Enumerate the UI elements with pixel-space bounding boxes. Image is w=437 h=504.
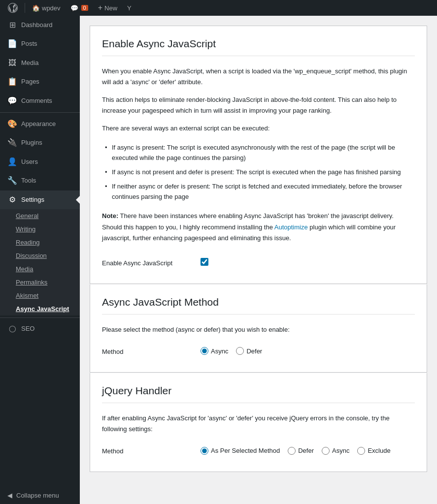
sidebar-item-tools-label: Tools xyxy=(21,176,36,185)
async-method-title: Async JavaScript Method xyxy=(102,296,415,315)
wp-logo-icon xyxy=(8,3,18,13)
jquery-method-row: Method As Per Selected Method Defer xyxy=(102,441,415,460)
wp-logo-link[interactable] xyxy=(4,0,22,16)
async-method-radio-group: Async Defer xyxy=(201,347,415,355)
new-content-link[interactable]: + New xyxy=(94,0,121,16)
enable-async-para-2: This action helps to eliminate render-bl… xyxy=(102,94,415,116)
jquery-handler-section: jQuery Handler If after enabling Async J… xyxy=(90,373,427,472)
main-content: Enable Async JavaScript When you enable … xyxy=(80,16,437,504)
bullet-item-1: If async is present: The script is execu… xyxy=(102,141,415,165)
sidebar-item-comments[interactable]: 💬 Comments xyxy=(0,92,80,110)
comments-link[interactable]: 💬 0 xyxy=(67,0,92,16)
plugins-icon: 🔌 xyxy=(7,137,17,148)
jquery-method-radio-group: As Per Selected Method Defer Async xyxy=(201,447,415,455)
sidebar-item-plugins-label: Plugins xyxy=(21,138,42,147)
enable-async-label: Enable Async JavaScript xyxy=(102,253,201,272)
enable-async-para-3: There are several ways an external scrip… xyxy=(102,123,415,134)
jquery-defer-option-label[interactable]: Defer xyxy=(288,447,314,455)
submenu-reading[interactable]: Reading xyxy=(0,236,80,249)
submenu-async-javascript[interactable]: Async JavaScript xyxy=(0,302,80,315)
dashboard-icon: ⊞ xyxy=(7,20,17,31)
sidebar-item-dashboard-label: Dashboard xyxy=(21,21,53,30)
jquery-defer-radio[interactable] xyxy=(288,447,296,455)
users-icon: 👤 xyxy=(7,157,17,167)
as-per-selected-option-text: As Per Selected Method xyxy=(211,447,280,454)
enable-async-js-section: Enable Async JavaScript When you enable … xyxy=(90,26,427,284)
jquery-method-form-table: Method As Per Selected Method Defer xyxy=(102,441,415,460)
nav-separator-2 xyxy=(0,317,80,318)
submenu-media[interactable]: Media xyxy=(0,262,80,276)
autoptimize-link[interactable]: Autoptimize xyxy=(274,223,308,231)
yoast-icon: Y xyxy=(127,4,132,12)
jquery-handler-title: jQuery Handler xyxy=(102,385,415,403)
comments-icon: 💬 xyxy=(70,4,78,12)
enable-async-row: Enable Async JavaScript xyxy=(102,253,415,272)
tools-icon: 🔧 xyxy=(7,175,17,186)
seo-icon: ◯ xyxy=(7,325,17,332)
async-radio[interactable] xyxy=(201,347,208,355)
sidebar-item-settings[interactable]: ⚙ Settings xyxy=(0,190,80,209)
yoast-link[interactable]: Y xyxy=(123,0,135,16)
seo-label: SEO xyxy=(21,325,34,332)
sidebar-item-plugins[interactable]: 🔌 Plugins xyxy=(0,133,80,152)
collapse-icon: ◀ xyxy=(7,492,12,499)
jquery-exclude-radio[interactable] xyxy=(357,447,365,455)
site-name-link[interactable]: 🏠 wpdev xyxy=(28,0,65,16)
sidebar-item-posts[interactable]: 📄 Posts xyxy=(0,34,80,53)
submenu-akismet[interactable]: Akismet xyxy=(0,289,80,302)
jquery-exclude-option-label[interactable]: Exclude xyxy=(357,447,390,455)
as-per-selected-radio[interactable] xyxy=(201,447,208,455)
submenu-discussion[interactable]: Discussion xyxy=(0,249,80,262)
as-per-selected-option-label[interactable]: As Per Selected Method xyxy=(201,447,280,455)
sidebar-item-pages[interactable]: 📋 Pages xyxy=(0,72,80,91)
note-prefix: Note: xyxy=(102,212,118,220)
sidebar-item-media-label: Media xyxy=(21,59,38,67)
defer-radio[interactable] xyxy=(236,347,244,355)
sidebar-item-users-label: Users xyxy=(21,158,38,166)
submenu-permalinks[interactable]: Permalinks xyxy=(0,276,80,289)
comments-count: 0 xyxy=(81,5,88,11)
async-method-row: Method Async Defer xyxy=(102,342,415,360)
media-icon: 🖼 xyxy=(7,58,17,68)
sidebar-item-appearance[interactable]: 🎨 Appearance xyxy=(0,115,80,133)
async-method-section: Async JavaScript Method Please select th… xyxy=(90,284,427,373)
comments-nav-icon: 💬 xyxy=(7,95,17,106)
site-name: wpdev xyxy=(42,4,61,12)
sidebar-item-settings-label: Settings xyxy=(21,195,44,204)
sidebar-item-tools[interactable]: 🔧 Tools xyxy=(0,171,80,190)
async-method-desc: Please select the method (async or defer… xyxy=(102,324,415,335)
sidebar-item-media[interactable]: 🖼 Media xyxy=(0,54,80,72)
plus-icon: + xyxy=(98,3,102,12)
settings-icon: ⚙ xyxy=(7,194,17,205)
jquery-async-option-label[interactable]: Async xyxy=(322,447,349,455)
sidebar: ⊞ Dashboard 📄 Posts 🖼 Media 📋 Pages 💬 Co… xyxy=(0,16,80,504)
async-method-form-table: Method Async Defer xyxy=(102,342,415,360)
jquery-defer-option-text: Defer xyxy=(298,447,314,454)
settings-sub-menu: General Writing Reading Discussion Media… xyxy=(0,209,80,315)
async-note: Note: There have been instances where en… xyxy=(102,211,415,243)
async-option-label[interactable]: Async xyxy=(201,347,228,355)
pages-icon: 📋 xyxy=(7,76,17,87)
jquery-exclude-option-text: Exclude xyxy=(368,447,390,454)
async-method-label: Method xyxy=(102,342,201,360)
jquery-handler-desc: If after enabling Async JavaScript for '… xyxy=(102,413,415,435)
new-label: New xyxy=(104,4,117,12)
posts-icon: 📄 xyxy=(7,38,17,49)
enable-async-checkbox[interactable] xyxy=(201,258,208,266)
sidebar-item-seo[interactable]: ◯ SEO xyxy=(0,320,80,337)
sidebar-item-appearance-label: Appearance xyxy=(21,120,56,128)
defer-option-label[interactable]: Defer xyxy=(236,347,262,355)
enable-async-form-table: Enable Async JavaScript xyxy=(102,253,415,272)
collapse-menu-button[interactable]: ◀ Collapse menu xyxy=(0,487,80,504)
jquery-async-radio[interactable] xyxy=(322,447,330,455)
sidebar-item-dashboard[interactable]: ⊞ Dashboard xyxy=(0,16,80,34)
admin-bar: 🏠 wpdev 💬 0 + New Y xyxy=(0,0,437,16)
enable-async-js-title: Enable Async JavaScript xyxy=(102,38,415,56)
layout: ⊞ Dashboard 📄 Posts 🖼 Media 📋 Pages 💬 Co… xyxy=(0,16,437,504)
collapse-label: Collapse menu xyxy=(16,492,59,499)
sidebar-item-comments-label: Comments xyxy=(21,96,52,105)
defer-option-text: Defer xyxy=(246,347,262,355)
submenu-general[interactable]: General xyxy=(0,209,80,222)
submenu-writing[interactable]: Writing xyxy=(0,222,80,236)
sidebar-item-users[interactable]: 👤 Users xyxy=(0,153,80,171)
